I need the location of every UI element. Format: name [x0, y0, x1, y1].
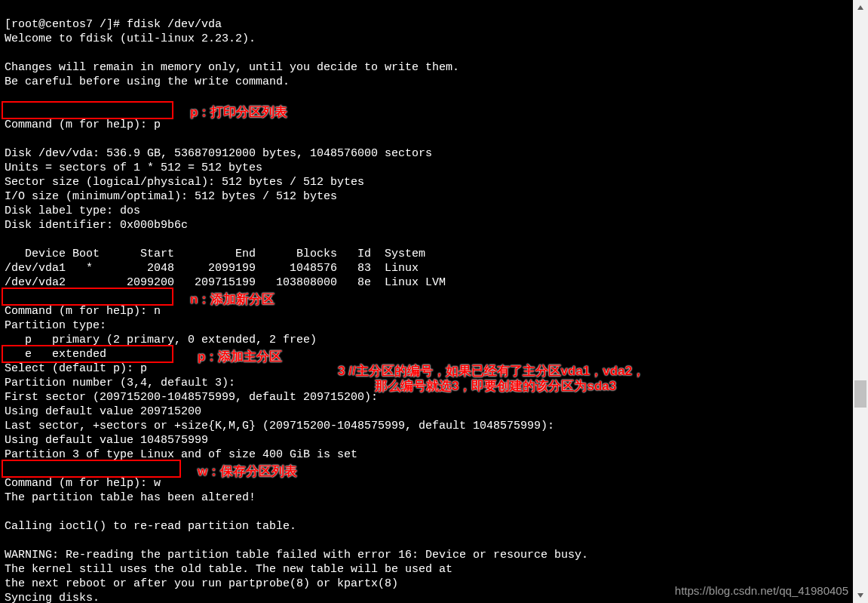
svg-marker-1	[857, 593, 863, 598]
line: Be careful before using the write comman…	[5, 75, 290, 88]
line: [root@centos7 /]# fdisk /dev/vda	[5, 18, 222, 31]
line: Disk label type: dos	[5, 205, 140, 217]
line: The partition table has been altered!	[5, 491, 256, 504]
annotation-w-write: w：保存分区列表	[198, 463, 297, 480]
viewport: [root@centos7 /]# fdisk /dev/vda Welcome…	[0, 0, 868, 603]
highlight-box-n-new	[2, 288, 173, 306]
scroll-up-button[interactable]	[853, 0, 868, 15]
highlight-box-p-print	[2, 101, 173, 119]
line: Changes will remain in memory only, unti…	[5, 61, 459, 74]
line: Disk /dev/vda: 536.9 GB, 536870912000 by…	[5, 147, 432, 160]
line: Select (default p): p	[5, 362, 154, 375]
watermark-text: https://blog.csdn.net/qq_41980405	[675, 584, 848, 597]
annotation-p-print: p：打印分区列表	[190, 103, 287, 121]
scroll-down-button[interactable]	[853, 588, 868, 603]
line: The kernel still uses the old table. The…	[5, 563, 452, 576]
line: Using default value 209715200	[5, 405, 201, 418]
chevron-down-icon	[857, 592, 864, 599]
highlight-box-p-primary	[2, 345, 173, 363]
scroll-thumb[interactable]	[854, 380, 866, 408]
line: Command (m for help): w	[5, 477, 167, 490]
line: I/O size (minimum/optimal): 512 bytes / …	[5, 190, 337, 203]
line: Partition type:	[5, 319, 106, 332]
vertical-scrollbar[interactable]	[853, 0, 868, 603]
line: Units = sectors of 1 * 512 = 512 bytes	[5, 162, 262, 174]
line: Syncing disks.	[5, 592, 100, 603]
chevron-up-icon	[857, 4, 864, 11]
line: Partition number (3,4, default 3):	[5, 377, 235, 389]
line: Sector size (logical/physical): 512 byte…	[5, 176, 364, 189]
line: Last sector, +sectors or +size{K,M,G} (2…	[5, 420, 554, 432]
line: Using default value 1048575999	[5, 434, 208, 447]
line: Calling ioctl() to re-read partition tab…	[5, 520, 296, 533]
line: Device Boot Start End Blocks Id System	[5, 248, 425, 260]
annotation-partition-number-line2: 那么编号就选3，即要创建的该分区为sda3	[375, 377, 616, 395]
line: Command (m for help): p	[5, 118, 167, 131]
line: Welcome to fdisk (util-linux 2.23.2).	[5, 32, 256, 45]
line: /dev/vda1 * 2048 2099199 1048576 83 Linu…	[5, 262, 419, 275]
line: Command (m for help): n	[5, 305, 167, 318]
annotation-n-new: n：添加新分区	[190, 291, 275, 308]
line: Disk identifier: 0x000b9b6c	[5, 219, 188, 232]
svg-marker-0	[857, 5, 863, 10]
line: WARNING: Re-reading the partition table …	[5, 549, 588, 561]
line: the next reboot or after you run partpro…	[5, 577, 398, 590]
line: First sector (209715200-1048575999, defa…	[5, 391, 378, 404]
annotation-p-primary: p：添加主分区	[198, 348, 282, 365]
highlight-box-w-write	[2, 460, 181, 478]
